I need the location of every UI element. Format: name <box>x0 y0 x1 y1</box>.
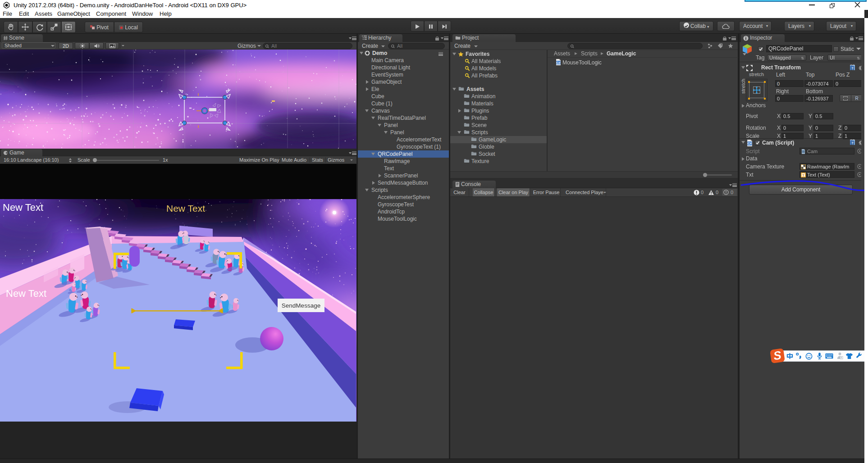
svg-text:New Text: New Text <box>166 203 205 213</box>
svg-text:4: 4 <box>841 356 842 359</box>
svg-text:?: ? <box>851 141 853 145</box>
svg-text:SendMessage: SendMessage <box>282 302 320 309</box>
svg-text:T: T <box>802 173 804 177</box>
svg-text:C#: C# <box>748 142 752 145</box>
svg-text:C#: C# <box>557 61 561 64</box>
svg-text:New Text: New Text <box>3 202 43 213</box>
svg-text:?: ? <box>851 67 853 70</box>
svg-text:New Text: New Text <box>6 288 46 299</box>
